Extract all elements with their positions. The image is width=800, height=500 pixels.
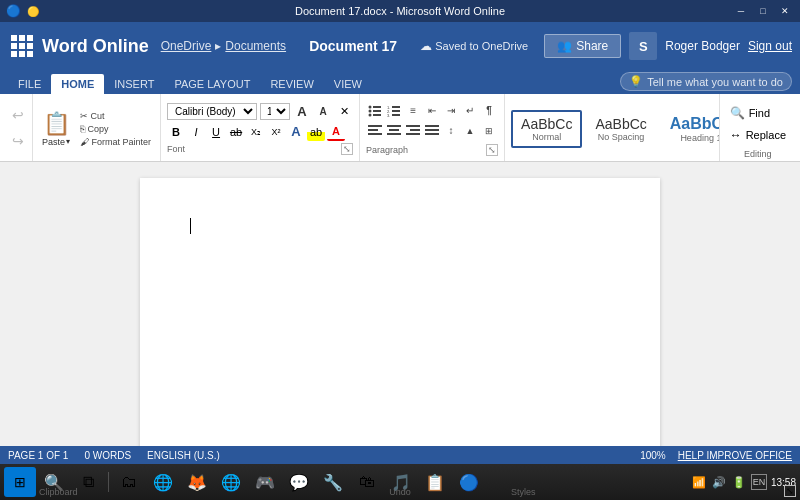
- style-normal-label: Normal: [532, 132, 561, 142]
- cloud-icon: ☁: [420, 39, 432, 53]
- paste-icon: 📋: [43, 111, 70, 137]
- shading-button[interactable]: ▲: [461, 122, 479, 140]
- style-heading1[interactable]: AaBbCc Heading 1: [660, 109, 720, 149]
- page-number-right: 1: [653, 444, 658, 446]
- show-hide-button[interactable]: ¶: [480, 102, 498, 120]
- paragraph-group: 1.2.3. ≡ ⇤ ⇥ ↵ ¶: [360, 94, 505, 161]
- document-page[interactable]: 1: [140, 178, 660, 446]
- ltr-button[interactable]: ↵: [461, 102, 479, 120]
- status-bar: PAGE 1 OF 1 0 WORDS ENGLISH (U.S.) 100% …: [0, 446, 800, 464]
- bold-button[interactable]: B: [167, 123, 185, 141]
- paste-dropdown-arrow[interactable]: ▾: [66, 137, 70, 146]
- paste-button[interactable]: 📋 Paste ▾: [39, 108, 73, 150]
- indent-decrease-button[interactable]: ⇤: [423, 102, 441, 120]
- style-no-spacing[interactable]: AaBbCc No Spacing: [585, 110, 656, 148]
- bullets-button[interactable]: [366, 102, 384, 120]
- tell-me-input[interactable]: 💡 Tell me what you want to do: [620, 72, 792, 91]
- doc-title: Document 17: [286, 38, 420, 54]
- document-wrapper: 1: [0, 162, 800, 446]
- document-scroll-area[interactable]: 1: [0, 162, 800, 446]
- find-button[interactable]: 🔍 Find: [726, 104, 790, 122]
- style-normal[interactable]: AaBbCc Normal: [511, 110, 582, 148]
- svg-rect-23: [425, 133, 439, 135]
- breadcrumb: OneDrive ▸ Documents: [161, 39, 286, 53]
- window-title: Document 17.docx - Microsoft Word Online: [295, 5, 505, 17]
- tab-home[interactable]: HOME: [51, 74, 104, 94]
- skype-button[interactable]: S: [629, 32, 657, 60]
- numbering-button[interactable]: 1.2.3.: [385, 102, 403, 120]
- status-right: 100% HELP IMPROVE OFFICE: [640, 450, 792, 461]
- justify-button[interactable]: [423, 122, 441, 140]
- superscript-button[interactable]: X²: [267, 123, 285, 141]
- title-bar: 🔵 🟡 Document 17.docx - Microsoft Word On…: [0, 0, 800, 22]
- minimize-button[interactable]: ─: [732, 4, 750, 18]
- window-controls: ─ □ ✕: [732, 4, 794, 18]
- paragraph-group-expand[interactable]: ⤡: [486, 144, 498, 156]
- style-normal-preview: AaBbCc: [521, 116, 572, 132]
- cut-button[interactable]: ✂ Cut: [77, 110, 154, 122]
- tab-review[interactable]: REVIEW: [260, 74, 323, 94]
- help-link[interactable]: HELP IMPROVE OFFICE: [678, 450, 792, 461]
- strikethrough-button[interactable]: ab: [227, 123, 245, 141]
- zoom-level: 100%: [640, 450, 666, 461]
- svg-point-0: [369, 105, 372, 108]
- font-group: Calibri (Body) 11 A A ✕ B I U ab X₂ X² A…: [161, 94, 360, 161]
- align-center-button[interactable]: [385, 122, 403, 140]
- waffle-menu-button[interactable]: [8, 32, 36, 60]
- indent-increase-button[interactable]: ⇥: [442, 102, 460, 120]
- svg-rect-19: [410, 129, 420, 131]
- svg-rect-18: [406, 125, 420, 127]
- close-button[interactable]: ✕: [776, 4, 794, 18]
- maximize-button[interactable]: □: [754, 4, 772, 18]
- sign-out-link[interactable]: Sign out: [748, 39, 792, 53]
- breadcrumb-folder[interactable]: Documents: [225, 39, 286, 53]
- tab-view[interactable]: VIEW: [324, 74, 372, 94]
- underline-button[interactable]: U: [207, 123, 225, 141]
- word-count: 0 WORDS: [84, 450, 131, 461]
- replace-button[interactable]: ↔ Replace: [726, 126, 790, 144]
- copy-button[interactable]: ⎘ Copy: [77, 123, 154, 135]
- font-shrink-button[interactable]: A: [314, 103, 332, 121]
- undo-button[interactable]: ↩: [8, 103, 28, 127]
- paragraph-row-2: ↕ ▲ ⊞: [366, 122, 498, 140]
- svg-rect-11: [392, 114, 400, 116]
- multilevel-button[interactable]: ≡: [404, 102, 422, 120]
- font-grow-button[interactable]: A: [293, 103, 311, 121]
- format-painter-button[interactable]: 🖌 Format Painter: [77, 136, 154, 148]
- breadcrumb-root[interactable]: OneDrive: [161, 39, 212, 53]
- font-color-button[interactable]: A: [327, 123, 345, 141]
- svg-point-4: [369, 113, 372, 116]
- align-right-button[interactable]: [404, 122, 422, 140]
- border-button[interactable]: ⊞: [480, 122, 498, 140]
- styles-group: AaBbCc Normal AaBbCc No Spacing AaBbCc H…: [505, 94, 720, 161]
- style-nospacing-preview: AaBbCc: [595, 116, 646, 132]
- highlight-button[interactable]: ab: [307, 123, 325, 141]
- tab-file[interactable]: FILE: [8, 74, 51, 94]
- undo-group: ↩ ↪ Undo: [4, 94, 33, 161]
- tab-insert[interactable]: INSERT: [104, 74, 164, 94]
- clipboard-sub-buttons: ✂ Cut ⎘ Copy 🖌 Format Painter: [77, 98, 154, 159]
- font-size-select[interactable]: 11: [260, 103, 290, 120]
- font-group-bottom: B I U ab X₂ X² A ab A: [167, 123, 345, 141]
- svg-rect-1: [373, 106, 381, 108]
- font-group-expand[interactable]: ⤡: [341, 143, 353, 155]
- align-left-button[interactable]: [366, 122, 384, 140]
- tab-page-layout[interactable]: PAGE LAYOUT: [164, 74, 260, 94]
- svg-point-2: [369, 109, 372, 112]
- svg-rect-9: [392, 110, 400, 112]
- italic-button[interactable]: I: [187, 123, 205, 141]
- text-effects-button[interactable]: A: [287, 123, 305, 141]
- ribbon-tabs: FILE HOME INSERT PAGE LAYOUT REVIEW VIEW…: [0, 70, 800, 94]
- waffle-grid-icon: [11, 35, 33, 57]
- subscript-button[interactable]: X₂: [247, 123, 265, 141]
- language: ENGLISH (U.S.): [147, 450, 220, 461]
- share-button[interactable]: 👥 Share: [544, 34, 621, 58]
- breadcrumb-sep: ▸: [215, 39, 221, 53]
- window-icon: 🔵: [6, 4, 21, 18]
- line-spacing-button[interactable]: ↕: [442, 122, 460, 140]
- editing-group-label: Editing: [744, 149, 772, 159]
- clear-formatting-button[interactable]: ✕: [335, 103, 353, 121]
- redo-button[interactable]: ↪: [8, 129, 28, 153]
- user-name[interactable]: Roger Bodger: [665, 39, 740, 53]
- font-family-select[interactable]: Calibri (Body): [167, 103, 257, 120]
